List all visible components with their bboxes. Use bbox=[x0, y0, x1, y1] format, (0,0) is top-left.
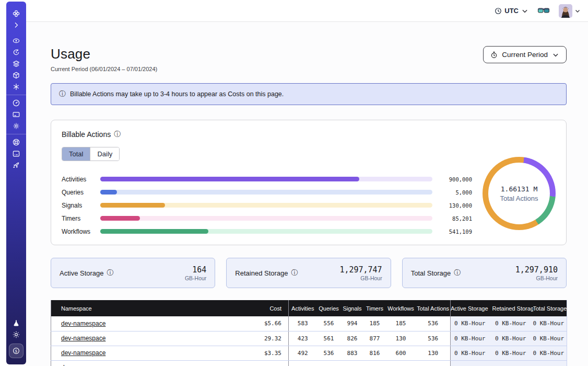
nav-support[interactable] bbox=[8, 136, 24, 148]
total-actions-value: 1.66131 M bbox=[501, 185, 537, 193]
rocket-icon bbox=[12, 161, 20, 169]
cell-workflows bbox=[386, 360, 416, 366]
cell-cost: $3.35 bbox=[234, 346, 289, 360]
period-dropdown-label: Current Period bbox=[502, 51, 548, 59]
bar-fill bbox=[100, 216, 140, 221]
nav-history[interactable] bbox=[8, 47, 24, 58]
terminal-icon bbox=[12, 150, 20, 158]
cell-total-actions bbox=[416, 360, 451, 366]
nav-deployments[interactable] bbox=[8, 70, 24, 81]
nav-pricing[interactable]: $ bbox=[9, 344, 23, 358]
namespace-link[interactable]: dev-namespace bbox=[61, 335, 105, 342]
info-icon[interactable]: ⓘ bbox=[291, 268, 298, 278]
cell-workflows: 185 bbox=[386, 316, 416, 331]
storage-card-label: Active Storage bbox=[60, 269, 104, 277]
feedback-glasses-button[interactable] bbox=[538, 7, 549, 15]
cell-workflows: 130 bbox=[386, 331, 416, 346]
nav-billing[interactable] bbox=[8, 109, 24, 120]
cell-signals: 826 bbox=[341, 331, 364, 346]
column-header-total-storage: Total Storage bbox=[533, 300, 567, 316]
nav-theme-toggle[interactable] bbox=[8, 329, 24, 340]
tab-daily[interactable]: Daily bbox=[90, 147, 119, 161]
cell-active-storage bbox=[451, 360, 492, 366]
bar-value: 541,109 bbox=[439, 228, 472, 235]
storage-card-active-storage: Active Storageⓘ164GB-Hour bbox=[51, 258, 215, 288]
nav-labs[interactable] bbox=[8, 317, 24, 329]
period-dropdown-button[interactable]: Current Period bbox=[483, 46, 567, 63]
cell-active-storage: 0 KB-Hour bbox=[451, 331, 492, 346]
info-icon: ⓘ bbox=[59, 89, 66, 99]
glasses-icon bbox=[538, 7, 549, 15]
bar-label: Workflows bbox=[62, 228, 94, 235]
cell-retained-storage: 0 KB-Hour bbox=[492, 331, 533, 346]
cell-signals bbox=[341, 360, 364, 366]
cell-active-storage: 0 KB-Hour bbox=[451, 346, 492, 360]
nav-layers[interactable] bbox=[8, 58, 24, 70]
column-header-activities: Activities bbox=[289, 300, 317, 316]
bar-row-workflows: Workflows541,109 bbox=[62, 225, 472, 238]
chevron-down-icon bbox=[552, 51, 559, 59]
nav-expand-nav[interactable] bbox=[8, 19, 24, 31]
namespace-link[interactable]: dev-namespace bbox=[61, 320, 105, 327]
nav-settings[interactable] bbox=[8, 120, 24, 132]
billable-actions-bars: Activities900,000Queries5,000Signals130,… bbox=[62, 173, 472, 238]
asterisk-icon bbox=[12, 83, 20, 91]
svg-text:$: $ bbox=[15, 349, 18, 353]
namespace-cell: dev-namespace bbox=[51, 331, 234, 346]
column-header-active-storage: Active Storage bbox=[451, 300, 492, 316]
cell-total-storage: 0 KB-Hour bbox=[533, 316, 567, 331]
user-avatar bbox=[559, 4, 572, 18]
cell-activities: 583 bbox=[289, 316, 317, 331]
bar-row-signals: Signals130,000 bbox=[62, 199, 472, 212]
cell-total-storage: 0 KB-Hour bbox=[533, 346, 567, 360]
column-header-timers: Timers bbox=[364, 300, 386, 316]
nav-namespaces[interactable] bbox=[8, 35, 24, 47]
user-menu[interactable] bbox=[559, 4, 581, 18]
table-row: dev-namespace29.324235618268771305360 KB… bbox=[51, 331, 567, 346]
storage-card-label: Total Storage bbox=[411, 269, 451, 277]
cell-queries: 561 bbox=[317, 331, 341, 346]
storage-summary-row: Active Storageⓘ164GB-HourRetained Storag… bbox=[51, 258, 567, 288]
chevron-down-icon bbox=[521, 7, 528, 15]
column-header-retained-storage: Retained Storage bbox=[492, 300, 533, 316]
namespace-cell: dev-namespace bbox=[51, 346, 234, 360]
bar-label: Queries bbox=[62, 189, 94, 196]
cell-cost: 29.32 bbox=[234, 331, 289, 346]
info-icon[interactable]: ⓘ bbox=[454, 268, 461, 278]
namespace-link[interactable]: dev-namespace bbox=[61, 349, 105, 357]
tab-total[interactable]: Total bbox=[62, 147, 90, 161]
nav-usage[interactable] bbox=[8, 97, 24, 109]
timezone-label: UTC bbox=[504, 7, 519, 15]
bar-row-activities: Activities900,000 bbox=[62, 173, 472, 186]
nav-getting-started[interactable] bbox=[8, 159, 24, 171]
info-icon[interactable]: ⓘ bbox=[107, 268, 114, 278]
cell-activities bbox=[289, 360, 317, 366]
namespace-link[interactable]: dev-namespace bbox=[61, 364, 105, 366]
cell-retained-storage bbox=[492, 360, 533, 366]
bar-value: 130,000 bbox=[439, 202, 472, 209]
history-icon bbox=[12, 48, 20, 56]
nav-temporal-logo[interactable] bbox=[8, 8, 24, 19]
bar-track bbox=[100, 190, 432, 195]
timezone-selector[interactable]: UTC bbox=[495, 7, 528, 15]
bar-label: Timers bbox=[62, 215, 94, 222]
cell-timers: 185 bbox=[364, 316, 386, 331]
nav-nexus[interactable] bbox=[8, 81, 24, 93]
cell-timers: 877 bbox=[364, 331, 386, 346]
nav-docs[interactable] bbox=[8, 148, 24, 159]
cell-retained-storage: 0 KB-Hour bbox=[492, 316, 533, 331]
cell-queries: 536 bbox=[317, 346, 341, 360]
table-row: dev-namespace$3.354925368838166001300 KB… bbox=[51, 346, 567, 360]
bar-value: 900,000 bbox=[439, 176, 472, 182]
column-header-namespace: Namespace bbox=[51, 300, 234, 316]
table-row: dev-namespace bbox=[51, 360, 567, 366]
total-daily-toggle: Total Daily bbox=[62, 147, 120, 161]
bar-track bbox=[100, 203, 432, 208]
gear-icon bbox=[12, 122, 20, 130]
info-icon[interactable]: ⓘ bbox=[114, 130, 121, 139]
coin-icon: $ bbox=[12, 347, 20, 355]
cell-workflows: 600 bbox=[386, 346, 416, 360]
cube-icon bbox=[12, 71, 20, 79]
bar-track bbox=[100, 229, 432, 234]
storage-card-unit: GB-Hour bbox=[185, 275, 206, 281]
